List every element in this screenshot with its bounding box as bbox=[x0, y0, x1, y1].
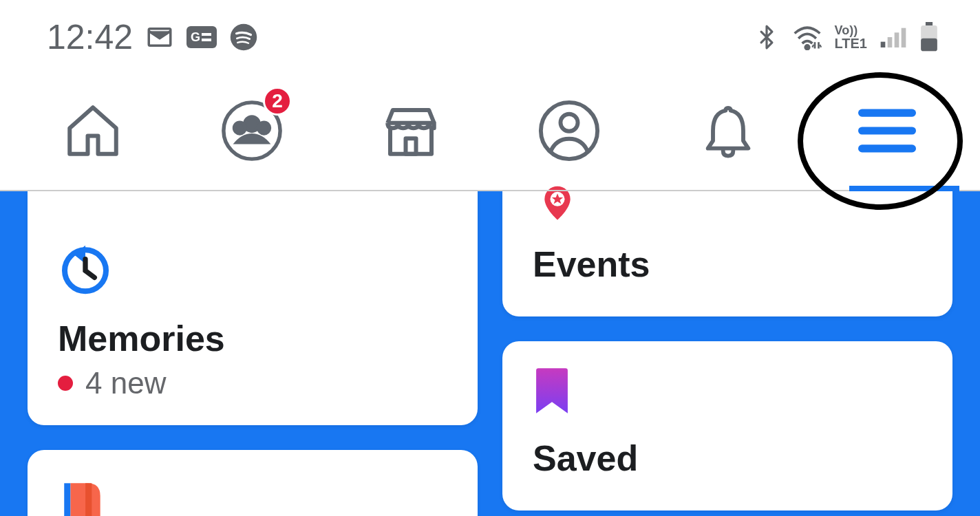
svg-rect-3 bbox=[202, 33, 211, 36]
svg-point-6 bbox=[805, 45, 809, 50]
card-saved[interactable]: Saved bbox=[502, 341, 952, 510]
saved-icon bbox=[533, 366, 922, 418]
nav-home[interactable] bbox=[52, 91, 134, 173]
profile-icon bbox=[537, 98, 601, 166]
nav-groups[interactable]: 2 bbox=[211, 91, 293, 173]
nav-notifications[interactable] bbox=[687, 91, 769, 173]
home-icon bbox=[62, 100, 124, 164]
card-sub: 4 new bbox=[58, 366, 447, 400]
status-right: Vo)) LTE1 bbox=[754, 22, 939, 52]
svg-point-20 bbox=[561, 114, 578, 131]
status-time: 12:42 bbox=[47, 17, 133, 57]
events-icon bbox=[533, 191, 922, 224]
new-indicator-dot bbox=[58, 376, 73, 391]
card-memories[interactable]: Memories 4 new bbox=[28, 191, 478, 425]
nav-menu[interactable] bbox=[846, 91, 928, 173]
svg-text:G: G bbox=[191, 30, 200, 44]
svg-rect-18 bbox=[405, 138, 416, 154]
status-left: 12:42 G bbox=[47, 17, 258, 57]
bell-icon bbox=[698, 99, 758, 165]
pages-icon bbox=[58, 475, 447, 516]
card-sub-text: 4 new bbox=[85, 366, 166, 400]
network-label: Vo)) LTE1 bbox=[835, 24, 867, 50]
svg-rect-21 bbox=[858, 109, 916, 117]
groups-badge: 2 bbox=[263, 87, 292, 116]
hamburger-icon bbox=[858, 109, 916, 155]
nav-marketplace[interactable] bbox=[370, 91, 452, 173]
spotify-icon bbox=[229, 23, 258, 52]
status-bar: 12:42 G bbox=[0, 0, 980, 74]
svg-rect-4 bbox=[202, 39, 211, 41]
card-events[interactable]: Events bbox=[502, 191, 952, 316]
google-news-icon: G bbox=[187, 26, 217, 48]
svg-rect-8 bbox=[888, 37, 893, 47]
nav-profile[interactable] bbox=[528, 91, 610, 173]
svg-rect-13 bbox=[921, 39, 937, 52]
svg-point-16 bbox=[235, 122, 246, 133]
svg-rect-11 bbox=[926, 22, 933, 25]
card-title: Saved bbox=[533, 438, 922, 479]
wifi-icon bbox=[792, 24, 822, 50]
svg-rect-7 bbox=[881, 42, 886, 47]
card-title: Events bbox=[533, 244, 922, 285]
right-column: Events Saved bbox=[502, 191, 952, 516]
nav-bar: 2 bbox=[0, 74, 980, 191]
svg-rect-23 bbox=[858, 144, 916, 152]
svg-point-17 bbox=[259, 122, 270, 133]
signal-icon bbox=[880, 25, 907, 50]
svg-rect-10 bbox=[902, 28, 906, 47]
bluetooth-icon bbox=[754, 22, 780, 52]
card-next-left[interactable] bbox=[28, 450, 478, 516]
menu-content: Memories 4 new bbox=[0, 191, 980, 516]
left-column: Memories 4 new bbox=[28, 191, 478, 516]
svg-rect-26 bbox=[85, 483, 92, 516]
gmail-icon bbox=[145, 23, 174, 52]
svg-rect-9 bbox=[895, 32, 899, 47]
marketplace-icon bbox=[380, 100, 442, 164]
battery-icon bbox=[919, 22, 939, 52]
active-tab-indicator bbox=[849, 186, 959, 191]
svg-rect-25 bbox=[64, 483, 70, 516]
svg-rect-22 bbox=[858, 127, 916, 134]
memories-icon bbox=[58, 216, 447, 299]
card-title: Memories bbox=[58, 318, 447, 359]
